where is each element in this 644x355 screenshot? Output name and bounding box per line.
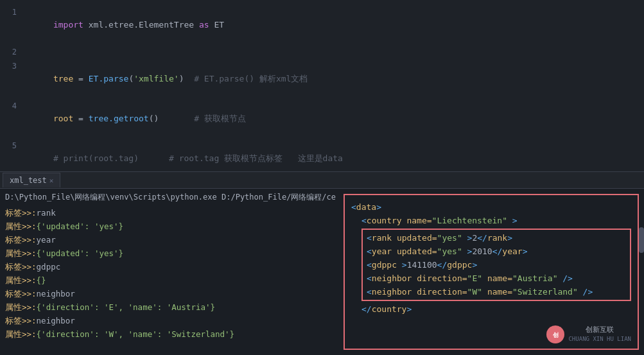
output-line-9: 标签>>: neighbor [5,314,336,327]
watermark-icon: 创 [546,325,564,343]
output-line-4: 属性>>: {'updated': 'yes'} [5,247,336,260]
xml-year-line: <year updated="yes" >2010</year> [367,245,626,258]
xml-inner-box: <rank updated="yes" >2</rank> <year upda… [361,229,631,301]
xml-country-open: <country name="Liechtenstein" > [361,214,631,227]
terminal-tab-label: xml_test [10,176,47,185]
watermark: 创 创新互联 CHUANG XIN HU LIAN [546,325,631,343]
output-line-1: 标签>>: rank [5,206,336,220]
output-line-10: 属性>>: {'direction': 'W', 'name': 'Switze… [5,327,336,341]
code-editor: 1 import xml.etree.ElementTree as ET 2 3… [0,0,644,172]
svg-text:创: 创 [552,332,559,338]
code-line-3: 3 tree = ET.parse('xmlfile') # ET.parse(… [0,59,644,99]
output-line-3: 标签>>: year [5,233,336,247]
xml-panel: <data> <country name="Liechtenstein" > <… [344,194,639,350]
output-line-2: 属性>>: {'updated': 'yes'} [5,220,336,233]
terminal-tab-close[interactable]: ✕ [49,177,54,185]
xml-data-tag: <data> [351,200,631,214]
brand-icon: 创 [549,328,562,341]
terminal-tabs: xml_test ✕ [0,172,644,189]
watermark-text: 创新互联 CHUANG XIN HU LIAN [568,325,631,343]
terminal-path: D:\Python_File\网络编程\venv\Scripts\python.… [5,191,336,203]
code-line-1: 1 import xml.etree.ElementTree as ET [0,5,644,45]
xml-rank-line: <rank updated="yes" >2</rank> [367,231,626,245]
code-line-4: 4 root = tree.getroot() # 获取根节点 [0,99,644,139]
output-line-8: 属性>>: {'direction': 'E', 'name': 'Austri… [5,300,336,314]
code-line-2: 2 [0,45,644,59]
terminal-tab-xml-test[interactable]: xml_test ✕ [3,173,60,187]
output-line-6: 属性>>: {} [5,273,336,287]
terminal-output: D:\Python_File\网络编程\venv\Scripts\python.… [0,189,341,355]
terminal: xml_test ✕ D:\Python_File\网络编程\venv\Scri… [0,172,644,355]
output-line-5: 标签>>: gdppc [5,260,336,273]
xml-gdppc-line: <gdppc >141100</gdppc> [367,258,626,272]
xml-neighbor2-line: <neighbor direction="W" name="Switzerlan… [367,285,626,299]
output-line-7: 标签>>: neighbor [5,287,336,300]
terminal-content: D:\Python_File\网络编程\venv\Scripts\python.… [0,189,644,355]
xml-country-close: </country> [361,302,631,316]
xml-neighbor1-line: <neighbor direction="E" name="Austria" /… [367,272,626,285]
